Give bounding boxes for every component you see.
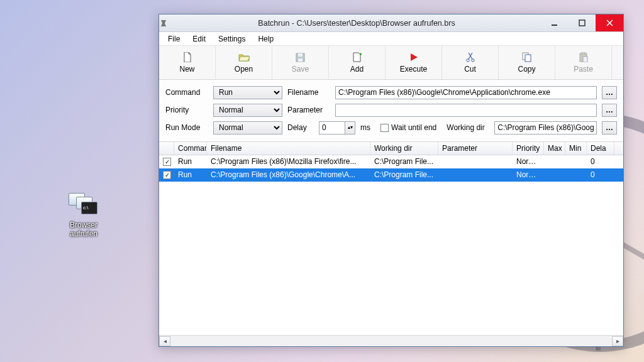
wait-checkbox[interactable]: Wait until end (380, 123, 436, 132)
titlebar[interactable]: Batchrun - C:\Users\tester\Desktop\Brows… (159, 14, 623, 32)
scroll-track[interactable] (170, 336, 612, 346)
open-icon (238, 52, 250, 63)
col-workingdir[interactable]: Working dir (370, 142, 438, 155)
open-label: Open (235, 65, 253, 74)
menu-edit[interactable]: Edit (186, 33, 212, 45)
window-title: Batchrun - C:\Users\tester\Desktop\Brows… (173, 19, 540, 28)
close-button[interactable] (596, 14, 623, 31)
cell-delay: 0 (587, 170, 614, 179)
svg-rect-4 (298, 58, 303, 62)
svg-rect-10 (582, 52, 585, 54)
checkbox-icon (380, 124, 389, 132)
filename-field[interactable] (335, 86, 597, 99)
svg-rect-0 (552, 25, 557, 26)
command-table: Command Filename Working dir Parameter P… (159, 142, 623, 346)
wait-label: Wait until end (391, 123, 436, 132)
delay-unit: ms (360, 123, 370, 132)
app-icon (159, 19, 173, 28)
col-max[interactable]: Max (544, 142, 565, 155)
parameter-browse-button[interactable]: … (602, 104, 617, 117)
workingdir-label: Working dir (447, 123, 489, 132)
maximize-button[interactable] (568, 14, 596, 31)
horizontal-scrollbar[interactable]: ◂ ▸ (159, 335, 623, 346)
scroll-left-icon[interactable]: ◂ (159, 336, 170, 346)
paste-icon (579, 52, 588, 63)
copy-button[interactable]: Copy (499, 46, 555, 79)
runmode-label: Run Mode (165, 123, 208, 132)
cell-priority: Normal (513, 157, 544, 166)
runmode-select[interactable]: Normal (213, 121, 282, 134)
add-button[interactable]: Add (329, 46, 386, 79)
col-parameter[interactable]: Parameter (438, 142, 513, 155)
paste-button[interactable]: Paste (555, 46, 612, 79)
row-checkbox-icon[interactable]: ✓ (163, 171, 171, 179)
cell-filename: C:\Program Files (x86)\Mozilla Firefox\f… (207, 157, 370, 166)
col-priority[interactable]: Priority (513, 142, 544, 155)
save-label: Save (292, 65, 309, 74)
execute-icon (409, 52, 418, 63)
svg-point-6 (471, 59, 474, 62)
scroll-right-icon[interactable]: ▸ (612, 336, 623, 346)
col-min[interactable]: Min (565, 142, 587, 155)
filename-browse-button[interactable]: … (602, 86, 617, 99)
cell-priority: Normal (513, 170, 544, 179)
col-delay[interactable]: Dela (587, 142, 614, 155)
table-body[interactable]: ✓RunC:\Program Files (x86)\Mozilla Firef… (159, 155, 623, 335)
new-label: New (179, 65, 194, 74)
table-row[interactable]: ✓RunC:\Program Files (x86)\Google\Chrome… (159, 168, 623, 182)
workingdir-field[interactable] (494, 121, 597, 134)
paste-label: Paste (574, 65, 593, 74)
table-row[interactable]: ✓RunC:\Program Files (x86)\Mozilla Firef… (159, 155, 623, 168)
col-command[interactable]: Command (174, 142, 207, 155)
menubar: File Edit Settings Help (159, 32, 623, 46)
toolbar: New Open Save Add Execute Cut Copy Past (159, 46, 623, 80)
workingdir-browse-button[interactable]: … (602, 121, 617, 134)
cut-label: Cut (464, 65, 476, 74)
menu-help[interactable]: Help (252, 33, 280, 45)
row-checkbox-icon[interactable]: ✓ (163, 158, 171, 166)
save-icon (296, 52, 305, 63)
priority-select[interactable]: Normal (213, 104, 282, 117)
save-button[interactable]: Save (272, 46, 329, 79)
delay-stepper[interactable]: ▴▾ (319, 121, 355, 134)
parameter-field[interactable] (335, 104, 597, 117)
priority-label: Priority (165, 106, 208, 114)
add-icon (352, 52, 362, 63)
command-label: Command (165, 88, 208, 97)
add-label: Add (350, 65, 364, 74)
execute-button[interactable]: Execute (386, 46, 442, 79)
svg-point-5 (466, 59, 469, 62)
cut-icon (466, 52, 475, 63)
svg-rect-1 (579, 20, 585, 26)
command-select[interactable]: Run (213, 86, 282, 99)
cell-filename: C:\Program Files (x86)\Google\Chrome\A..… (207, 170, 370, 179)
delay-spinner-icon[interactable]: ▴▾ (345, 121, 355, 134)
new-icon (183, 52, 192, 63)
minimize-button[interactable] (540, 14, 568, 31)
menu-settings[interactable]: Settings (212, 33, 252, 45)
desktop-shortcut-label: Browser aufrufen (55, 221, 112, 238)
delay-field[interactable] (319, 121, 345, 134)
svg-rect-11 (583, 57, 587, 62)
menu-file[interactable]: File (162, 33, 186, 45)
table-header: Command Filename Working dir Parameter P… (159, 142, 623, 155)
new-button[interactable]: New (159, 46, 216, 79)
cell-workingdir: C:\Program File... (370, 170, 438, 179)
cell-workingdir: C:\Program File... (370, 157, 438, 166)
desktop-shortcut-icon: c:\ (67, 192, 100, 218)
copy-label: Copy (518, 65, 535, 74)
svg-rect-3 (298, 53, 303, 57)
parameter-label: Parameter (287, 106, 330, 114)
copy-icon (522, 52, 532, 63)
svg-rect-8 (525, 55, 531, 62)
cell-delay: 0 (587, 157, 614, 166)
cell-command: Run (174, 170, 207, 179)
desktop-shortcut[interactable]: c:\ Browser aufrufen (55, 192, 112, 238)
delay-label: Delay (287, 123, 314, 132)
cut-button[interactable]: Cut (442, 46, 499, 79)
open-button[interactable]: Open (216, 46, 272, 79)
command-form: Command Run Filename … Priority Normal P… (159, 80, 623, 142)
app-window: Batchrun - C:\Users\tester\Desktop\Brows… (158, 14, 624, 347)
cell-command: Run (174, 157, 207, 166)
col-filename[interactable]: Filename (207, 142, 370, 155)
